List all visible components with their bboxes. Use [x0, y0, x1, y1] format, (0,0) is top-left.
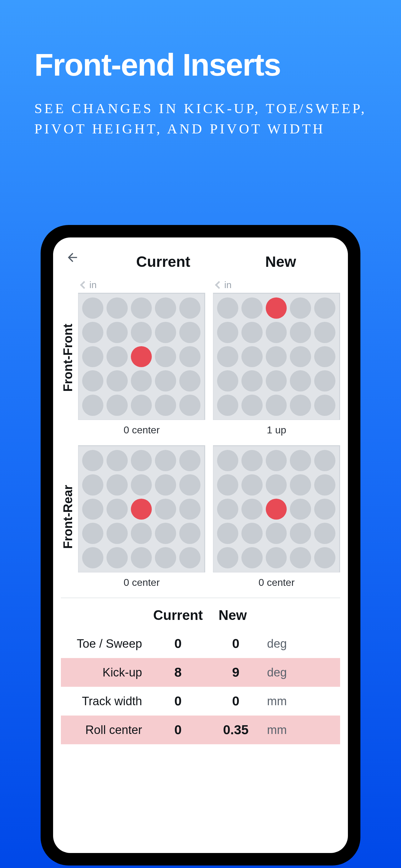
grid-dot[interactable]	[217, 395, 238, 416]
grid-dot[interactable]	[290, 547, 311, 568]
grid-dot[interactable]	[155, 547, 176, 568]
grid-dot[interactable]	[241, 499, 263, 520]
grid-dot[interactable]	[131, 474, 152, 496]
grid-dot-selected[interactable]	[266, 499, 287, 520]
grid-dot[interactable]	[314, 450, 335, 471]
grid-dot[interactable]	[155, 450, 176, 471]
grid-dot[interactable]	[241, 474, 263, 496]
grid-dot[interactable]	[314, 523, 335, 544]
grid-dot[interactable]	[266, 474, 287, 496]
grid-dot[interactable]	[217, 322, 238, 343]
grid-dot[interactable]	[82, 499, 103, 520]
grid-dot[interactable]	[241, 450, 263, 471]
grid-dot[interactable]	[106, 322, 128, 343]
grid-dot[interactable]	[131, 298, 152, 319]
grid-dot[interactable]	[266, 370, 287, 392]
grid-dot[interactable]	[290, 450, 311, 471]
grid-dot[interactable]	[241, 370, 263, 392]
grid-dot[interactable]	[82, 322, 103, 343]
grid-dot[interactable]	[217, 547, 238, 568]
grid-dot[interactable]	[314, 370, 335, 392]
grid-dot[interactable]	[131, 370, 152, 392]
grid-dot[interactable]	[155, 523, 176, 544]
grid-dot-selected[interactable]	[131, 499, 152, 520]
grid-dot[interactable]	[82, 395, 103, 416]
grid-dot[interactable]	[106, 395, 128, 416]
grid-dot[interactable]	[179, 499, 201, 520]
grid-dot[interactable]	[82, 450, 103, 471]
grid-dot[interactable]	[179, 370, 201, 392]
grid-dot[interactable]	[266, 346, 287, 367]
grid-dot[interactable]	[266, 322, 287, 343]
grid-dot[interactable]	[314, 298, 335, 319]
grid-dot[interactable]	[82, 547, 103, 568]
grid-dot[interactable]	[290, 474, 311, 496]
grid-dot[interactable]	[131, 450, 152, 471]
grid-dot[interactable]	[266, 450, 287, 471]
grid-dot[interactable]	[82, 370, 103, 392]
grid-dot[interactable]	[314, 395, 335, 416]
grid-dot[interactable]	[131, 523, 152, 544]
in-indicator[interactable]: in	[78, 280, 205, 290]
grid-dot-selected[interactable]	[131, 346, 152, 367]
grid-dot[interactable]	[179, 298, 201, 319]
grid-dot[interactable]	[179, 547, 201, 568]
grid-dot[interactable]	[106, 370, 128, 392]
grid-dot[interactable]	[82, 346, 103, 367]
grid-dot[interactable]	[290, 370, 311, 392]
insert-grid[interactable]	[213, 445, 340, 572]
grid-dot[interactable]	[241, 298, 263, 319]
grid-dot[interactable]	[241, 322, 263, 343]
grid-dot[interactable]	[155, 298, 176, 319]
grid-dot[interactable]	[314, 346, 335, 367]
grid-dot[interactable]	[106, 474, 128, 496]
grid-dot[interactable]	[217, 346, 238, 367]
grid-dot[interactable]	[266, 395, 287, 416]
grid-dot[interactable]	[241, 346, 263, 367]
grid-dot[interactable]	[179, 450, 201, 471]
grid-dot[interactable]	[266, 523, 287, 544]
grid-dot[interactable]	[155, 346, 176, 367]
grid-dot[interactable]	[106, 298, 128, 319]
grid-dot[interactable]	[290, 346, 311, 367]
grid-dot[interactable]	[266, 547, 287, 568]
grid-dot[interactable]	[106, 450, 128, 471]
grid-dot[interactable]	[155, 474, 176, 496]
grid-dot[interactable]	[155, 370, 176, 392]
grid-dot[interactable]	[290, 395, 311, 416]
insert-grid[interactable]	[78, 445, 205, 572]
grid-dot[interactable]	[217, 370, 238, 392]
grid-dot[interactable]	[106, 499, 128, 520]
grid-dot[interactable]	[155, 322, 176, 343]
grid-dot[interactable]	[314, 547, 335, 568]
grid-dot[interactable]	[217, 298, 238, 319]
grid-dot[interactable]	[82, 523, 103, 544]
grid-dot[interactable]	[290, 523, 311, 544]
grid-dot[interactable]	[290, 298, 311, 319]
grid-dot[interactable]	[290, 499, 311, 520]
grid-dot[interactable]	[179, 322, 201, 343]
grid-dot[interactable]	[217, 474, 238, 496]
grid-dot[interactable]	[290, 322, 311, 343]
insert-grid[interactable]	[78, 293, 205, 420]
grid-dot[interactable]	[241, 395, 263, 416]
grid-dot[interactable]	[217, 499, 238, 520]
grid-dot[interactable]	[314, 474, 335, 496]
grid-dot[interactable]	[106, 547, 128, 568]
grid-dot-selected[interactable]	[266, 298, 287, 319]
grid-dot[interactable]	[314, 499, 335, 520]
grid-dot[interactable]	[82, 474, 103, 496]
grid-dot[interactable]	[179, 346, 201, 367]
grid-dot[interactable]	[131, 322, 152, 343]
grid-dot[interactable]	[179, 474, 201, 496]
grid-dot[interactable]	[179, 523, 201, 544]
grid-dot[interactable]	[241, 523, 263, 544]
grid-dot[interactable]	[179, 395, 201, 416]
grid-dot[interactable]	[82, 298, 103, 319]
grid-dot[interactable]	[131, 547, 152, 568]
insert-grid[interactable]	[213, 293, 340, 420]
grid-dot[interactable]	[314, 322, 335, 343]
grid-dot[interactable]	[155, 395, 176, 416]
grid-dot[interactable]	[241, 547, 263, 568]
grid-dot[interactable]	[217, 523, 238, 544]
